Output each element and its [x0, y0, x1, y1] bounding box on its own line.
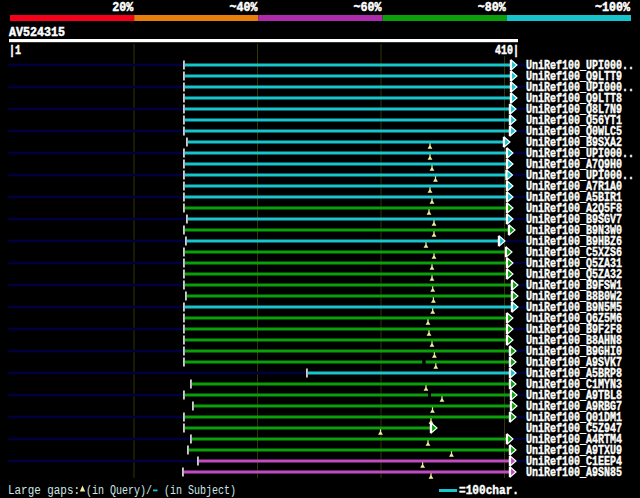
- svg-text:AV524315: AV524315: [9, 25, 65, 40]
- svg-text:410|: 410|: [495, 43, 519, 58]
- svg-text:(in Subject): (in Subject): [164, 484, 236, 498]
- svg-text:UniRef100_A9SN85: UniRef100_A9SN85: [526, 465, 622, 480]
- svg-text:~40%: ~40%: [229, 0, 257, 15]
- svg-text:(in Query)/: (in Query)/: [86, 484, 152, 498]
- svg-text:~100%: ~100%: [595, 0, 630, 15]
- svg-text:~60%: ~60%: [354, 0, 382, 15]
- svg-text:20%: 20%: [112, 0, 133, 15]
- svg-text:Large gaps:: Large gaps:: [8, 484, 80, 498]
- svg-text:=100char.: =100char.: [459, 483, 519, 498]
- svg-text:~80%: ~80%: [478, 0, 506, 15]
- svg-text:|1: |1: [9, 43, 21, 58]
